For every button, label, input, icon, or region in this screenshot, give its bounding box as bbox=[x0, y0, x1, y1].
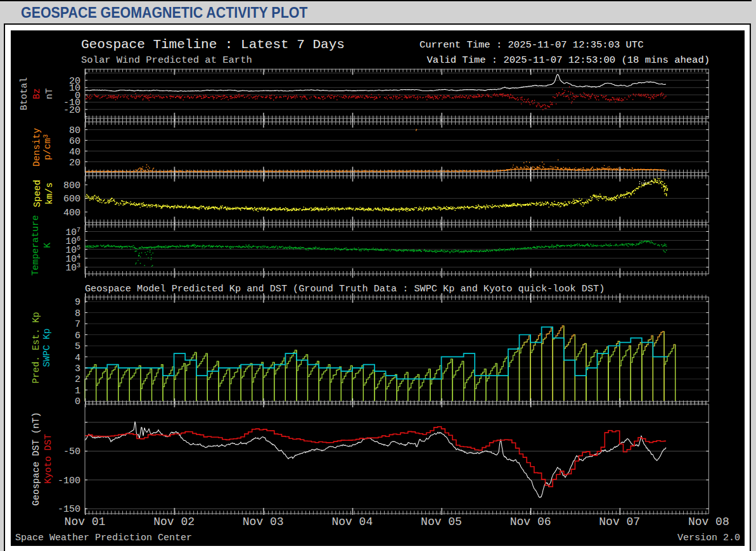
svg-text:-50: -50 bbox=[63, 446, 80, 457]
svg-text:60: 60 bbox=[69, 136, 80, 147]
svg-text:km/s: km/s bbox=[44, 182, 54, 205]
svg-text:Bz: Bz bbox=[32, 88, 42, 99]
svg-text:600: 600 bbox=[63, 194, 80, 205]
svg-text:Current Time : 2025-11-07 12:3: Current Time : 2025-11-07 12:35:03 UTC bbox=[420, 39, 643, 51]
svg-text:5: 5 bbox=[75, 341, 80, 352]
svg-text:-20: -20 bbox=[63, 105, 80, 116]
svg-text:40: 40 bbox=[69, 147, 80, 158]
svg-text:Btotal: Btotal bbox=[19, 77, 29, 110]
svg-text:8: 8 bbox=[75, 308, 80, 319]
svg-text:SWPC Kp: SWPC Kp bbox=[42, 329, 52, 367]
svg-text:Nov 05: Nov 05 bbox=[421, 516, 462, 528]
svg-text:Geospace Model Predicted Kp an: Geospace Model Predicted Kp and DST (Gro… bbox=[85, 283, 605, 294]
svg-text:400: 400 bbox=[63, 208, 80, 218]
svg-text:9: 9 bbox=[75, 297, 80, 308]
svg-text:-150: -150 bbox=[58, 504, 80, 515]
svg-text:Space Weather Prediction Cente: Space Weather Prediction Center bbox=[15, 533, 192, 543]
svg-text:Temperature: Temperature bbox=[30, 215, 41, 276]
svg-text:Speed: Speed bbox=[32, 180, 42, 208]
svg-text:1: 1 bbox=[75, 386, 80, 396]
svg-text:7: 7 bbox=[75, 319, 80, 330]
svg-text:K: K bbox=[42, 243, 53, 248]
svg-text:800: 800 bbox=[63, 180, 80, 191]
svg-text:Nov 06: Nov 06 bbox=[510, 516, 551, 528]
svg-text:-100: -100 bbox=[58, 476, 80, 486]
svg-text:Nov 04: Nov 04 bbox=[331, 516, 373, 528]
svg-text:p/cm3: p/cm3 bbox=[42, 134, 53, 160]
svg-text:2: 2 bbox=[75, 374, 80, 385]
svg-text:Nov 03: Nov 03 bbox=[243, 516, 284, 528]
svg-text:Pred. Est. Kp: Pred. Est. Kp bbox=[31, 312, 41, 383]
svg-text:Nov 08: Nov 08 bbox=[688, 516, 729, 528]
svg-text:6: 6 bbox=[75, 331, 80, 341]
svg-text:nT: nT bbox=[44, 88, 54, 99]
svg-text:Solar Wind Predicted at Earth: Solar Wind Predicted at Earth bbox=[81, 54, 252, 66]
svg-text:Density: Density bbox=[32, 128, 42, 167]
svg-text:Version 2.0: Version 2.0 bbox=[677, 533, 740, 543]
svg-text:Nov 02: Nov 02 bbox=[153, 516, 195, 528]
svg-text:Nov 01: Nov 01 bbox=[65, 516, 106, 528]
svg-text:Geospace Timeline : Latest 7 D: Geospace Timeline : Latest 7 Days bbox=[81, 37, 345, 52]
svg-text:20: 20 bbox=[69, 158, 80, 168]
svg-text:Valid Time : 2025-11-07 12:53:: Valid Time : 2025-11-07 12:53:00 (18 min… bbox=[427, 54, 710, 66]
svg-text:3: 3 bbox=[75, 364, 80, 374]
svg-text:Kyoto DST: Kyoto DST bbox=[43, 434, 53, 484]
svg-text:0: 0 bbox=[75, 396, 80, 407]
svg-text:Nov 07: Nov 07 bbox=[599, 516, 640, 528]
svg-text:Geospace DST (nT): Geospace DST (nT) bbox=[31, 412, 41, 506]
svg-text:4: 4 bbox=[75, 353, 80, 364]
svg-text:80: 80 bbox=[69, 125, 80, 136]
